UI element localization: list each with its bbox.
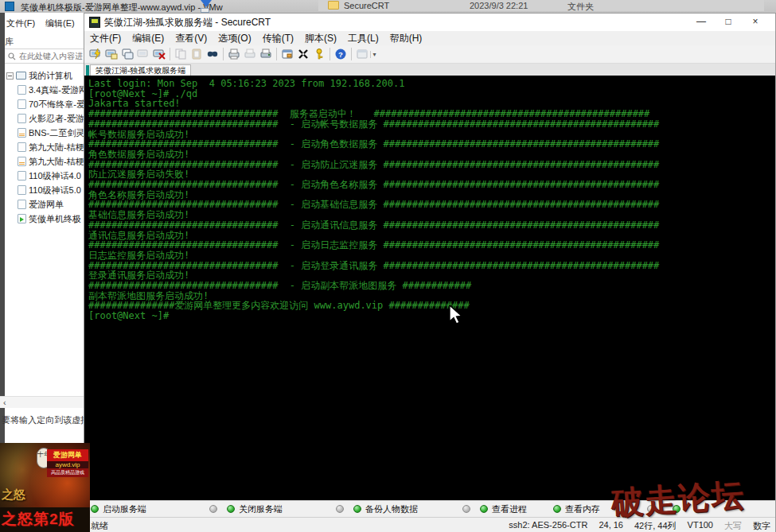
folder-icon bbox=[328, 1, 339, 10]
quick-connect-icon[interactable] bbox=[88, 47, 103, 61]
search-icon bbox=[8, 52, 16, 60]
find-icon[interactable] bbox=[205, 47, 220, 61]
tab-accent-bar bbox=[86, 65, 89, 76]
green-led-icon bbox=[553, 505, 561, 513]
menu-edit[interactable]: 编辑(E) bbox=[127, 32, 170, 45]
vm-icon bbox=[18, 85, 26, 95]
toolbar-separator bbox=[170, 48, 170, 60]
gray-led-icon[interactable] bbox=[209, 505, 217, 513]
horizontal-scrollbar[interactable]: ‹ bbox=[0, 396, 84, 408]
menu-help[interactable]: 帮助(H) bbox=[384, 32, 428, 45]
mouse-cursor-icon bbox=[448, 305, 467, 330]
menu-view[interactable]: 查看(V) bbox=[170, 32, 213, 45]
gray-led-icon[interactable] bbox=[462, 505, 470, 513]
stop-server-button[interactable]: 关闭服务端 bbox=[217, 503, 344, 515]
securecrt-toolbar: ? ▾ bbox=[84, 45, 775, 64]
print-icon[interactable] bbox=[242, 47, 258, 61]
session-options-icon[interactable] bbox=[279, 47, 295, 61]
menu-transfer[interactable]: 传输(T) bbox=[257, 32, 299, 45]
vm-item[interactable]: 70不悔终章-爱 bbox=[6, 97, 84, 111]
close-button[interactable]: × bbox=[742, 14, 769, 31]
status-num-indicator: 数字 bbox=[753, 520, 770, 532]
maximize-button[interactable]: □ bbox=[715, 14, 742, 31]
toolbar-separator bbox=[276, 48, 277, 60]
scroll-left-icon[interactable]: ‹ bbox=[0, 398, 6, 407]
menu-tools[interactable]: 工具(L) bbox=[342, 32, 384, 45]
key-icon[interactable] bbox=[311, 47, 327, 61]
vm-item[interactable]: 爱游网单 bbox=[6, 197, 84, 212]
securecrt-window: 笑傲江湖-独孤求败服务端 - SecureCRT — □ × 文件(F) 编辑(… bbox=[84, 13, 776, 532]
menu-file[interactable]: 文件(F) bbox=[84, 32, 127, 45]
vm-item[interactable]: 第九大陆-桔梗 bbox=[6, 140, 84, 154]
vm-item[interactable]: 第九大陆-桔梗 bbox=[6, 154, 84, 169]
green-led-icon bbox=[227, 505, 235, 513]
start-server-button[interactable]: 启动服务端 bbox=[91, 503, 217, 515]
copy-icon[interactable] bbox=[173, 47, 189, 61]
vmware-menu-file[interactable]: 文件(F) bbox=[6, 18, 35, 28]
background-taskbar-strip: 笑傲单机终极版-爱游网单整理-www.aywd.vip - VMw Secure… bbox=[0, 0, 776, 13]
green-led-icon bbox=[91, 505, 99, 513]
reconnect-icon[interactable] bbox=[135, 47, 151, 61]
menu-options[interactable]: 选项(O) bbox=[213, 32, 256, 45]
status-protocol: ssh2: AES-256-CTR bbox=[509, 520, 587, 532]
explorer-item-type: 文件夹 bbox=[567, 1, 594, 13]
session-tab[interactable]: 笑傲江湖-独孤求败服务端 bbox=[90, 64, 191, 76]
vm-icon bbox=[18, 171, 26, 181]
poster-site-badge: 爱游网单 aywd.vip 高品质精品游戏 bbox=[47, 449, 88, 477]
session-tabbar: 笑傲江湖-独孤求败服务端 bbox=[84, 64, 775, 76]
vmware-app-icon bbox=[5, 2, 14, 11]
vm-icon bbox=[18, 99, 26, 109]
vm-item[interactable]: 火影忍者-爱游 bbox=[6, 111, 84, 126]
help-icon[interactable]: ? bbox=[333, 47, 349, 61]
menu-script[interactable]: 脚本(S) bbox=[299, 32, 342, 45]
forum-watermark: 破走论坛 bbox=[610, 472, 746, 526]
vm-suspended-icon bbox=[18, 157, 26, 166]
print-setup-icon[interactable] bbox=[258, 47, 274, 61]
window-list-icon[interactable] bbox=[354, 47, 370, 61]
print-preview-icon[interactable] bbox=[226, 47, 242, 61]
poster-caption: 之怒第2版 bbox=[0, 507, 90, 532]
securecrt-app-icon bbox=[89, 17, 100, 28]
securecrt-titlebar[interactable]: 笑傲江湖-独孤求败服务端 - SecureCRT — □ × bbox=[84, 14, 775, 31]
vm-icon bbox=[18, 142, 26, 152]
explorer-folder-name: SecureCRT bbox=[344, 1, 389, 10]
status-ready: 就绪 bbox=[91, 520, 108, 532]
vm-item-running[interactable]: 笑傲单机终极 bbox=[6, 212, 84, 226]
status-caps-indicator: 大写 bbox=[724, 520, 742, 532]
vm-item[interactable]: 110级神话4.0 bbox=[6, 169, 84, 183]
clone-session-icon[interactable] bbox=[119, 47, 135, 61]
vm-item[interactable]: 3.4真端-爱游网 bbox=[6, 83, 84, 97]
zmodem-icon[interactable] bbox=[295, 47, 311, 61]
minimize-button[interactable]: — bbox=[688, 14, 715, 31]
search-input[interactable] bbox=[19, 52, 83, 60]
disconnect-icon[interactable] bbox=[151, 47, 167, 61]
toolbar-separator bbox=[223, 48, 224, 60]
library-search-box[interactable] bbox=[5, 49, 84, 64]
backup-data-button[interactable]: 备份人物数据 bbox=[344, 503, 470, 515]
green-led-icon bbox=[480, 505, 488, 513]
gray-led-icon[interactable] bbox=[336, 505, 344, 513]
view-process-button[interactable]: 查看进程 bbox=[470, 503, 544, 515]
library-panel-title: 库 bbox=[5, 36, 14, 48]
toolbar-separator bbox=[351, 48, 352, 60]
vm-item[interactable]: BNS-二至剑灵 bbox=[6, 126, 84, 140]
vmware-menu-edit[interactable]: 编辑(E) bbox=[45, 18, 75, 28]
terminal-screen[interactable]: Last login: Mon Sep 4 05:16:23 2023 from… bbox=[84, 76, 775, 500]
paste-icon[interactable] bbox=[189, 47, 205, 61]
vm-icon bbox=[18, 200, 26, 209]
vmware-window-title: 笑傲单机终极版-爱游网单整理-www.aywd.vip - VMw bbox=[21, 2, 223, 13]
vm-icon bbox=[18, 185, 26, 195]
green-led-icon bbox=[353, 505, 361, 513]
game-poster: 十年 爱游网单 aywd.vip 高品质精品游戏 之怒 之怒第2版 bbox=[0, 443, 90, 532]
toolbar-overflow-caret-icon[interactable]: ▾ bbox=[370, 51, 378, 58]
terminal-output: Last login: Mon Sep 4 05:16:23 2023 from… bbox=[88, 79, 775, 321]
poster-art-title: 之怒 bbox=[2, 487, 25, 503]
svg-text:?: ? bbox=[338, 50, 343, 59]
vmware-menubar: 文件(F) 编辑(E) 查看 bbox=[6, 17, 84, 29]
tree-root-my-computer[interactable]: 我的计算机 bbox=[6, 68, 84, 83]
connect-icon[interactable] bbox=[103, 47, 119, 61]
tree-collapse-icon[interactable] bbox=[6, 72, 14, 80]
vm-item[interactable]: 110级神话5.0 bbox=[6, 183, 84, 197]
status-emulation: VT100 bbox=[688, 520, 713, 532]
vm-running-icon bbox=[18, 214, 26, 223]
